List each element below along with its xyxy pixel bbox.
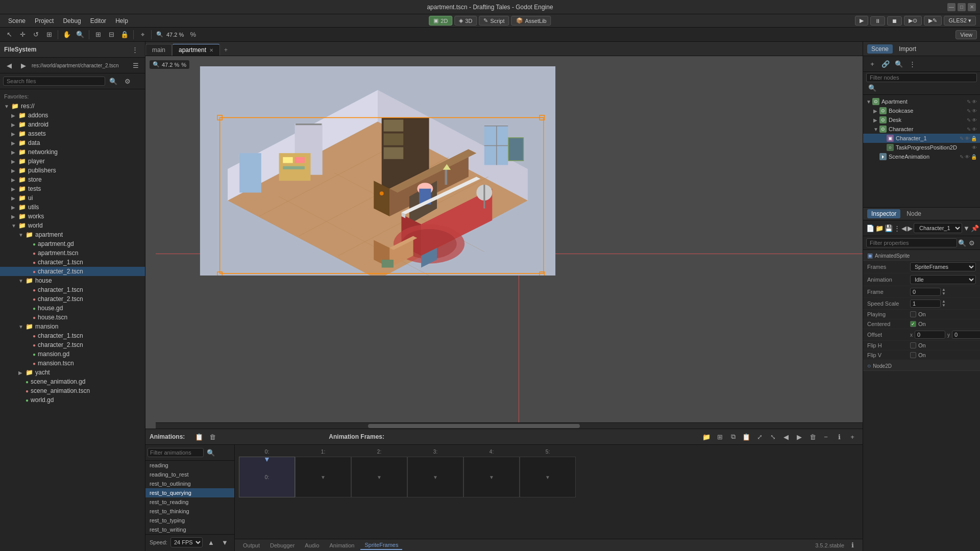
anim-filter-input[interactable]: [148, 448, 204, 457]
tab-audio[interactable]: Audio: [301, 541, 323, 549]
inspector-filter-input[interactable]: [866, 238, 957, 247]
ins-pin[interactable]: 📌: [971, 222, 979, 234]
menu-scene[interactable]: Scene: [4, 16, 30, 26]
menu-editor[interactable]: Editor: [86, 16, 110, 26]
tree-item-works[interactable]: ▶📁works: [0, 212, 145, 221]
speed-down-btn[interactable]: ▼: [219, 537, 230, 548]
tree-item-apartment-tscn[interactable]: ▶●apartment.tscn: [0, 248, 145, 258]
tree-item-house-char1[interactable]: ▶●character_1.tscn: [0, 285, 145, 294]
scene-tab-import[interactable]: Import: [895, 44, 920, 54]
move-tool[interactable]: ✛: [16, 29, 29, 40]
ins-filter-btn[interactable]: ⚙: [967, 237, 977, 248]
btn-2d[interactable]: ▣ 2D: [429, 16, 452, 26]
ins-prev[interactable]: ◀: [901, 222, 906, 234]
prop-offset-y[interactable]: [952, 331, 980, 339]
snap-tool[interactable]: ⊞: [92, 29, 104, 40]
ins-save[interactable]: 💾: [885, 222, 893, 234]
node-desk[interactable]: ▶ ⊙ Desk ✎ 👁: [863, 115, 980, 124]
tree-item-addons[interactable]: ▶📁addons: [0, 111, 145, 120]
viewport-canvas[interactable]: 🔍 47.2 % %: [145, 56, 863, 429]
tree-item-house-gd[interactable]: ▶●house.gd: [0, 304, 145, 313]
tree-item-house[interactable]: ▼📁house: [0, 276, 145, 285]
tree-item-data[interactable]: ▶📁data: [0, 138, 145, 147]
tree-item-networking[interactable]: ▶📁networking: [0, 147, 145, 157]
pan-tool[interactable]: ✋: [61, 29, 73, 40]
anim-item-rest-to-reading[interactable]: rest_to_reading: [145, 497, 234, 507]
scene-add-btn[interactable]: +: [866, 58, 878, 69]
menu-project[interactable]: Project: [31, 16, 58, 26]
fs-search-btn[interactable]: 🔍: [107, 76, 119, 87]
tab-main[interactable]: main: [145, 44, 172, 56]
zoom-reset[interactable]: %: [187, 29, 199, 40]
inspector-tab-inspector[interactable]: Inspector: [867, 209, 900, 218]
fs-filter-btn[interactable]: ⚙: [121, 76, 134, 87]
btn-3d[interactable]: ◈ 3D: [454, 16, 477, 26]
maximize-button[interactable]: □: [958, 3, 966, 11]
frame-cell-0[interactable]: ▼ 0:: [239, 457, 295, 497]
anim-item-rest-to-writing[interactable]: rest_to_writing: [145, 525, 234, 534]
fs-list-btn[interactable]: ☰: [130, 60, 142, 71]
lock-tool[interactable]: 🔒: [118, 29, 131, 40]
node-character1[interactable]: ▶ ▣ Character_1 ✎ 👁 🔒: [863, 134, 980, 143]
menu-help[interactable]: Help: [111, 16, 132, 26]
stop-button[interactable]: ⏹: [887, 16, 902, 26]
frames-delete-btn[interactable]: 🗑: [806, 431, 819, 442]
anim-item-rest-to-thinking[interactable]: rest_to_thinking: [145, 507, 234, 516]
tree-item-store[interactable]: ▶📁store: [0, 175, 145, 184]
scene-instance-btn[interactable]: 🔗: [879, 58, 892, 69]
ins-next[interactable]: ▶: [908, 222, 913, 234]
prop-frame-down[interactable]: ▼: [942, 292, 946, 296]
tab-apartment[interactable]: apartment ✕: [172, 44, 220, 56]
frames-zoom-out[interactable]: −: [820, 431, 832, 442]
prop-animation-select[interactable]: Idle: [910, 275, 976, 284]
speed-select[interactable]: 24 FPS30 FPS60 FPS: [170, 537, 203, 547]
scale-tool[interactable]: ⊞: [43, 29, 55, 40]
frame-cell-5[interactable]: ▼: [520, 457, 576, 497]
anim-add-btn[interactable]: 📋: [193, 431, 205, 442]
ins-node-select[interactable]: Character_1: [914, 223, 962, 233]
prop-flip-h-checkbox[interactable]: [910, 342, 916, 348]
select-tool[interactable]: ↖: [3, 29, 15, 40]
close-button[interactable]: ✕: [968, 3, 976, 11]
frame-cell-2[interactable]: ▼: [351, 457, 407, 497]
tree-item-char1-tscn[interactable]: ▶●character_1.tscn: [0, 258, 145, 267]
tree-item-house-char2[interactable]: ▶●character_2.tscn: [0, 294, 145, 304]
play-custom-button[interactable]: ▶✎: [924, 16, 942, 26]
frames-info[interactable]: ℹ: [833, 431, 845, 442]
anim-delete-btn[interactable]: 🗑: [206, 431, 218, 442]
grid-tool[interactable]: ⊟: [105, 29, 117, 40]
node-bookcase[interactable]: ▶ ⊙ Bookcase ✎ 👁: [863, 106, 980, 115]
fs-menu-btn[interactable]: ⋮: [129, 44, 141, 55]
anim-item-rest-to-typing[interactable]: rest_to_typing: [145, 516, 234, 525]
tree-item-mansion-gd[interactable]: ▶●mansion.gd: [0, 349, 145, 359]
zoom-tool[interactable]: 🔍: [74, 29, 86, 40]
node-icon-edit[interactable]: ✎: [967, 99, 971, 105]
frame-cell-1[interactable]: ▼: [295, 457, 351, 497]
tree-item-assets[interactable]: ▶📁assets: [0, 129, 145, 138]
anim-item-rest-to-querying[interactable]: rest_to_querying: [145, 488, 234, 497]
play-scene-button[interactable]: ▶⊙: [904, 16, 922, 26]
play-button[interactable]: ▶: [855, 16, 868, 26]
tree-item-scene-anim-gd[interactable]: ▶●scene_animation.gd: [0, 377, 145, 386]
tree-item-mansion-char2[interactable]: ▶●character_2.tscn: [0, 340, 145, 349]
add-tab-btn[interactable]: +: [220, 44, 232, 56]
gles-badge[interactable]: GLES2 ▾: [944, 16, 976, 26]
scene-search-btn[interactable]: 🔍: [866, 82, 878, 93]
zoom-reset-btn[interactable]: %: [181, 62, 186, 68]
node-icon-eye[interactable]: 👁: [972, 99, 977, 105]
prop-frames-select[interactable]: SpriteFrames: [910, 262, 976, 271]
fs-back[interactable]: ◀: [3, 60, 15, 71]
frames-add-btn[interactable]: 📁: [700, 431, 713, 442]
tree-item-utils[interactable]: ▶📁utils: [0, 203, 145, 212]
tab-output[interactable]: Output: [239, 541, 264, 549]
frames-next-btn[interactable]: ▶: [793, 431, 805, 442]
tree-item-mansion-char1[interactable]: ▶●character_1.tscn: [0, 331, 145, 340]
prop-centered-checkbox[interactable]: ✓: [910, 321, 916, 327]
scene-more-btn[interactable]: ⋮: [906, 58, 918, 69]
ins-more[interactable]: ⋮: [894, 222, 900, 234]
tree-item-apartment[interactable]: ▼📁apartment: [0, 230, 145, 239]
ins-open-script[interactable]: 📁: [875, 222, 884, 234]
h-scrollbar[interactable]: [156, 422, 863, 429]
h-scrollbar-thumb[interactable]: [368, 424, 580, 428]
ins-search-btn[interactable]: 🔍: [957, 237, 967, 248]
